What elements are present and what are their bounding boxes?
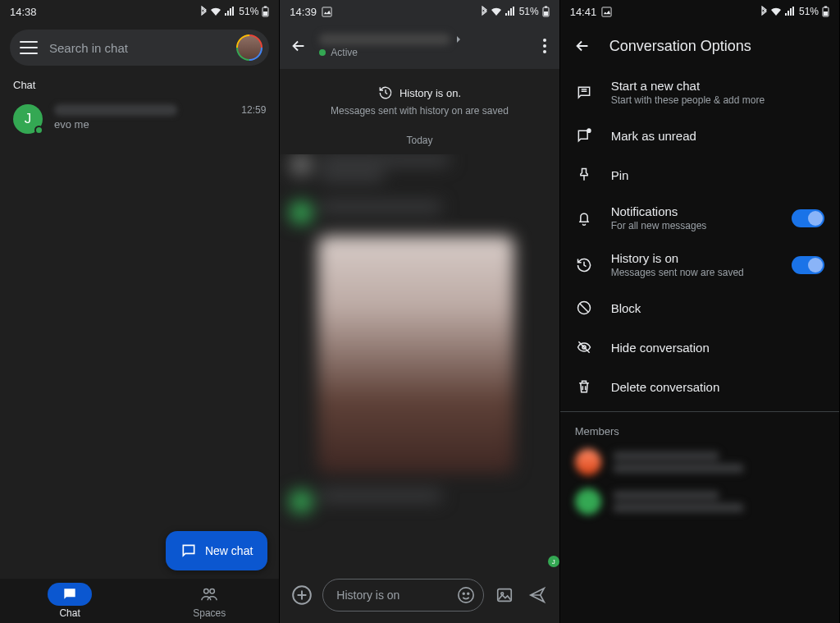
message-avatar [290,154,313,177]
chat-list-item[interactable]: J 12:59 evo me [0,98,279,140]
add-button[interactable] [290,583,314,607]
messages-list[interactable]: J [280,154,559,570]
history-toggle[interactable] [792,256,824,274]
members-label: Members [560,417,839,442]
back-icon[interactable] [290,37,308,55]
option-notifications[interactable]: Notifications For all new messages [560,195,839,241]
status-bar: 14:39 51% [280,0,559,23]
member-avatar [575,488,601,515]
message-image[interactable] [317,236,514,474]
history-notice: History is on. Messages sent with histor… [280,69,559,126]
svg-point-14 [463,593,464,594]
chat-filled-icon [62,586,78,602]
option-delete[interactable]: Delete conversation [560,367,839,406]
compose-input[interactable]: History is on [322,579,483,612]
emoji-icon[interactable] [457,586,475,604]
hide-icon [576,339,592,355]
svg-rect-5 [322,7,331,16]
message-text [319,201,442,213]
block-icon [576,300,592,316]
send-button[interactable] [525,583,550,607]
svg-point-15 [467,593,468,594]
history-icon [576,257,592,273]
image-icon [495,586,514,604]
option-new-chat[interactable]: Start a new chat Start with these people… [560,69,839,116]
divider [560,411,839,412]
battery-icon [822,6,829,17]
option-block[interactable]: Block [560,288,839,328]
search-bar[interactable]: Search in chat [10,30,269,66]
status-bar: 14:38 51% [0,0,279,23]
pin-icon [576,167,592,183]
message-text [319,170,385,181]
message-text [319,154,450,166]
svg-rect-21 [824,11,828,16]
presence-indicator [34,126,43,135]
unread-icon [576,127,592,144]
bluetooth-icon [199,6,208,17]
menu-icon[interactable] [20,41,38,54]
wifi-icon [491,7,502,16]
chat-preview: evo me [54,118,266,131]
more-menu-button[interactable] [536,32,553,60]
attach-image-button[interactable] [492,583,517,607]
option-history[interactable]: History is on Messages sent now are save… [560,241,839,288]
new-chat-button[interactable]: New chat [166,531,267,570]
option-hide[interactable]: Hide conversation [560,328,839,367]
member-name [613,451,719,460]
section-label: Chat [0,72,279,98]
nav-chat[interactable]: Chat [0,579,139,623]
history-icon [378,85,393,100]
read-receipt: J [548,556,559,567]
member-email [613,503,744,512]
member-email [613,464,744,473]
member-item[interactable] [560,482,839,521]
conversation-header: Active [280,23,559,69]
nav-spaces[interactable]: Spaces [139,579,279,623]
bluetooth-icon [480,6,488,17]
image-notification-icon [601,7,612,17]
account-avatar[interactable] [236,34,262,61]
svg-rect-1 [264,7,267,8]
svg-point-22 [587,129,590,132]
member-item[interactable] [560,442,839,482]
member-avatar [575,449,601,475]
status-bar: 14:41 51% [560,0,839,23]
svg-rect-8 [544,11,548,16]
chevron-right-icon [455,35,462,44]
svg-rect-20 [824,7,827,8]
svg-point-3 [204,589,209,594]
bluetooth-icon [760,6,768,17]
signal-icon [504,7,516,16]
battery-text: 51% [799,6,819,17]
spaces-icon [200,586,218,602]
options-header: Conversation Options [560,23,839,69]
notifications-toggle[interactable] [792,209,824,227]
date-separator: Today [280,126,559,154]
status-indicators: 51% [760,6,829,17]
svg-rect-16 [497,589,511,602]
message-text [319,490,442,502]
conversation-title [319,34,450,45]
option-pin[interactable]: Pin [560,155,839,195]
chat-avatar: J [13,104,43,134]
svg-point-13 [458,588,472,602]
battery-icon [542,6,550,17]
option-mark-unread[interactable]: Mark as unread [560,116,839,155]
search-placeholder: Search in chat [49,41,225,55]
bell-icon [576,210,592,227]
signal-icon [224,7,235,16]
battery-icon [262,6,269,17]
chat-icon [180,543,197,559]
signal-icon [784,7,796,16]
back-icon[interactable] [573,37,591,55]
status-time: 14:38 [10,6,37,18]
bottom-nav: Chat Spaces [0,579,279,623]
image-notification-icon [322,7,332,17]
chat-time: 12:59 [241,104,266,116]
chat-contact-name [54,104,177,116]
svg-point-11 [543,50,546,53]
send-icon [528,586,546,604]
message-avatar [290,201,313,224]
battery-text: 51% [239,6,258,17]
